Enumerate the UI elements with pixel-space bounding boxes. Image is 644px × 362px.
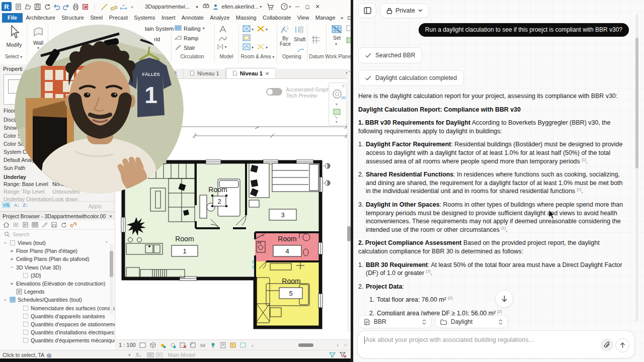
edit-pen-icon[interactable] <box>41 222 48 228</box>
sun-settings-icon[interactable] <box>159 341 167 349</box>
opening-shaft-button[interactable]: Shaft <box>294 37 305 42</box>
shadows-icon[interactable] <box>169 341 177 349</box>
tab-precast[interactable]: Precast <box>106 13 131 23</box>
opening-shaft-icon[interactable] <box>294 25 304 36</box>
close-button[interactable]: ✕ <box>312 2 323 11</box>
redo-icon[interactable] <box>61 2 71 11</box>
open-icon[interactable] <box>23 2 33 11</box>
worksets-caret-icon[interactable]: ▾ <box>128 352 131 357</box>
category-selector[interactable]: Daylight <box>435 315 508 328</box>
opening-by-face-icon[interactable] <box>280 25 290 36</box>
tab-massing-site[interactable]: Massing & Site <box>233 13 260 23</box>
browser-tree-item[interactable]: Quantités d'appareils sanitaires <box>0 312 115 320</box>
tree-expander[interactable]: − <box>3 240 8 246</box>
citation-ref[interactable]: [2] <box>498 309 502 314</box>
view-tab-3[interactable]: Niveau 1✕ <box>226 68 276 78</box>
tab-structure[interactable]: Structure <box>58 13 87 23</box>
room-3-label[interactable]: 3 <box>269 209 296 220</box>
scroll-right-icon[interactable]: › <box>337 342 338 348</box>
crop-off-icon[interactable] <box>179 341 187 349</box>
citation-ref[interactable]: [1] <box>582 157 586 161</box>
send-button[interactable] <box>615 338 629 352</box>
help-icon[interactable]: ? <box>279 2 289 11</box>
reveal-hidden-icon[interactable]: 6d <box>199 341 207 349</box>
model-group-icon[interactable]: [○] ▾ <box>217 44 226 49</box>
tree-expander[interactable]: − <box>3 297 8 303</box>
browser-tree-item[interactable]: {3D} <box>0 272 115 280</box>
model-line-icon[interactable] <box>218 35 227 44</box>
citation-ref[interactable]: [1] <box>501 226 506 230</box>
tab-file[interactable]: File <box>2 13 23 23</box>
circulation-ramp[interactable]: Ramp <box>175 34 198 42</box>
chat-input[interactable]: Ask about your project with associated b… <box>357 330 635 358</box>
view-tab-2[interactable]: Niveau 1 <box>184 68 225 78</box>
more-icon[interactable]: » <box>128 2 138 11</box>
browser-tree-item[interactable]: +Ceiling Plans (Plan du plafond) <box>0 255 115 263</box>
link-icon[interactable] <box>70 222 77 228</box>
browser-search[interactable]: Search <box>0 230 115 239</box>
selection-box-icon[interactable] <box>239 341 247 349</box>
transfer-icon[interactable] <box>80 2 90 11</box>
room-caret-icon[interactable]: ▾ <box>252 27 254 32</box>
active-design-option[interactable]: Main Model <box>168 352 195 358</box>
step-daylight-completed[interactable]: Daylight calculation completed <box>358 70 464 86</box>
tree-chevron-icon[interactable]: ^ <box>106 240 108 245</box>
browser-tree-item[interactable]: Quantités d'espaces de stationnemen <box>0 320 115 328</box>
component-icon[interactable] <box>218 25 227 35</box>
save-small-icon[interactable] <box>51 222 57 228</box>
work-plane-panel-label[interactable]: Work Plane <box>325 54 351 59</box>
filter-icon[interactable] <box>339 351 347 358</box>
circulation-panel-label[interactable]: Circulation <box>172 54 213 59</box>
set-button[interactable]: Set <box>333 35 341 41</box>
tab-systems[interactable]: Systems <box>131 13 158 23</box>
browser-tree-item[interactable]: +Floor Plans (Plan d'étage) <box>0 247 115 255</box>
search-icon[interactable] <box>201 2 211 11</box>
circulation-stair[interactable]: Stair <box>175 44 195 51</box>
navigation-bar[interactable]: 2D ▾ ▾ <box>329 82 347 126</box>
room-5-label[interactable]: Room 5 <box>279 277 302 299</box>
railing-caret-icon[interactable]: ▾ <box>203 26 205 31</box>
browser-tree-item[interactable]: +Elevations (Elévation de construction) <box>0 280 115 288</box>
view-tab-close-icon[interactable]: ✕ <box>265 71 269 76</box>
circulation-railing[interactable]: Railing▾ <box>175 25 205 32</box>
scroll-to-bottom-button[interactable] <box>495 290 513 308</box>
revit-logo-icon[interactable]: R <box>2 2 12 11</box>
tab-annotate[interactable]: Annotate <box>179 13 207 23</box>
tree-expander[interactable]: + <box>10 248 14 254</box>
attach-button[interactable] <box>600 338 613 351</box>
grid-label-fragment[interactable]: rid <box>154 36 160 42</box>
browser-tree-item[interactable]: −Schedules/Quantities (tout) <box>0 296 115 304</box>
browser-tree-item[interactable]: Nomenclature des surfaces (construc <box>0 304 115 312</box>
room-separator-caret-icon[interactable]: ▾ <box>266 27 268 32</box>
sheet-list-icon[interactable] <box>22 222 29 228</box>
step-searched-bbr[interactable]: Searched BBR <box>358 47 422 63</box>
area-separator-icon[interactable] <box>257 43 265 52</box>
dims-icon[interactable] <box>119 2 128 11</box>
scroll-left-icon[interactable]: ‹ <box>250 341 257 349</box>
room-icon[interactable] <box>243 25 251 34</box>
selection-toggle-icon[interactable] <box>329 351 336 358</box>
area-separator-caret-icon[interactable]: ▾ <box>266 45 268 50</box>
accelerated-graphics-toggle[interactable]: Accelerated Graphics Tech Preview <box>266 86 336 99</box>
area-icon[interactable] <box>243 43 251 52</box>
project-browser-header[interactable]: Project Browser - 3Dappartmentwithcolor.… <box>0 212 115 220</box>
scope-icon[interactable] <box>13 222 19 228</box>
tabs-overflow-icon[interactable]: » <box>339 13 346 23</box>
browser-tree-item[interactable]: Quantités d'installations électriques <box>0 328 115 336</box>
main-model-icon[interactable] <box>156 352 163 358</box>
property-row[interactable]: Sun Path <box>4 165 25 171</box>
tree-expander[interactable]: + <box>10 256 14 262</box>
store-cart-icon[interactable] <box>266 2 275 11</box>
resize-grip-icon[interactable]: ⁘ <box>344 342 348 348</box>
privacy-dropdown[interactable]: Private <box>380 3 429 18</box>
set-caret-icon[interactable]: ▾ <box>335 42 337 46</box>
sort-za-icon[interactable]: Z↓ <box>23 203 28 208</box>
tab-architecture[interactable]: Architecture <box>23 13 58 23</box>
tree-expander[interactable]: + <box>10 281 14 287</box>
regulation-selector[interactable]: BBR <box>358 315 432 328</box>
schedule-grid-icon[interactable] <box>32 222 38 228</box>
browser-tree-item[interactable]: Quantités d'équipements mécanique: <box>0 336 115 344</box>
chat-scrollbar-thumb[interactable] <box>635 38 638 168</box>
tab-manage[interactable]: Manage <box>312 13 339 23</box>
datum-grid-icon[interactable] <box>311 35 321 47</box>
